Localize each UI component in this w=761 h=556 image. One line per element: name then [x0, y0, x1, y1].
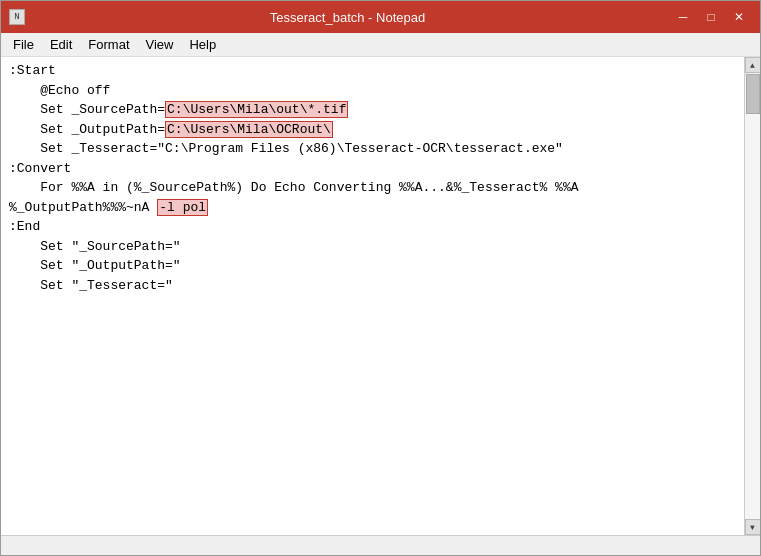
lang-param-highlight: -l pol	[157, 199, 208, 216]
menu-bar: File Edit Format View Help	[1, 33, 760, 57]
text-editor[interactable]: :Start @Echo off Set _SourcePath=C:\User…	[1, 57, 744, 535]
window-title: Tesseract_batch - Notepad	[25, 10, 670, 25]
scroll-up-arrow[interactable]: ▲	[745, 57, 761, 73]
menu-edit[interactable]: Edit	[42, 34, 80, 56]
main-window: N Tesseract_batch - Notepad ─ □ ✕ File E…	[0, 0, 761, 556]
minimize-button[interactable]: ─	[670, 7, 696, 27]
status-bar	[1, 535, 760, 555]
vertical-scrollbar[interactable]: ▲ ▼	[744, 57, 760, 535]
menu-view[interactable]: View	[138, 34, 182, 56]
close-button[interactable]: ✕	[726, 7, 752, 27]
scroll-track[interactable]	[745, 73, 760, 519]
window-controls: ─ □ ✕	[670, 7, 752, 27]
menu-format[interactable]: Format	[80, 34, 137, 56]
scroll-thumb[interactable]	[746, 74, 760, 114]
app-icon-label: N	[14, 12, 19, 22]
menu-file[interactable]: File	[5, 34, 42, 56]
output-path-highlight: C:\Users\Mila\OCRout\	[165, 121, 333, 138]
maximize-button[interactable]: □	[698, 7, 724, 27]
title-bar: N Tesseract_batch - Notepad ─ □ ✕	[1, 1, 760, 33]
app-icon: N	[9, 9, 25, 25]
source-path-highlight: C:\Users\Mila\out\*.tif	[165, 101, 348, 118]
scroll-down-arrow[interactable]: ▼	[745, 519, 761, 535]
menu-help[interactable]: Help	[181, 34, 224, 56]
editor-area: :Start @Echo off Set _SourcePath=C:\User…	[1, 57, 760, 535]
